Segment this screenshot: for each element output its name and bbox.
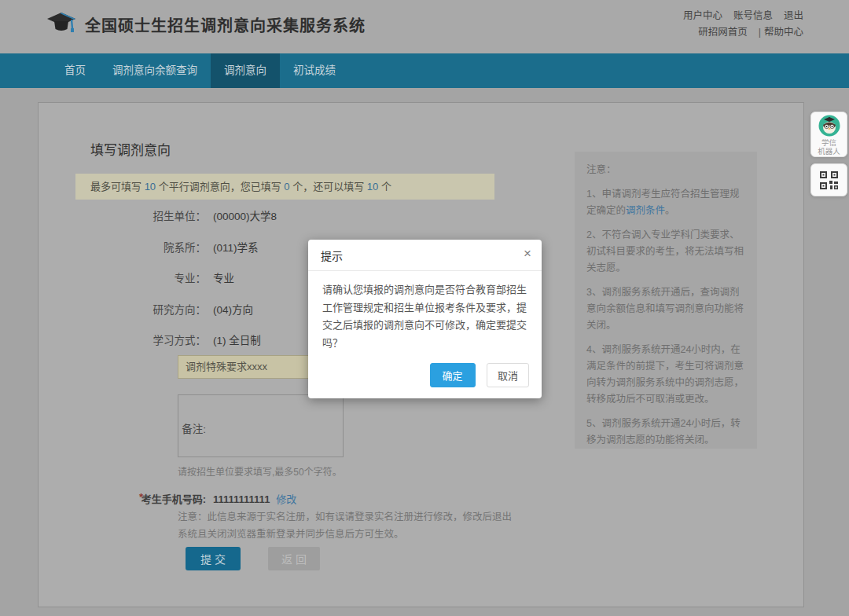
major-value: 专业 [213,270,234,285]
chsi-robot-widget[interactable]: 学信 机器人 [810,112,847,157]
recruiting-unit-label: 招生单位： [39,207,206,223]
phone-note: 注意：此信息来源于实名注册，如有误请登录实名注册进行修改，修改后退出 系统且关闭… [178,508,539,543]
logout-link[interactable]: 退出 [784,10,803,21]
confirm-dialog: 提示 × 请确认您填报的调剂意向是否符合教育部招生工作管理规定和招生单位报考条件… [308,240,542,398]
page-title: 全国硕士生招生调剂意向采集服务系统 [85,13,366,36]
help-center-link[interactable]: 帮助中心 [764,27,803,38]
phone-label: 考生手机号码: [39,491,206,506]
remaining-count: 10 [367,181,378,192]
max-count: 10 [145,181,156,192]
form-title: 填写调剂意向 [90,139,171,159]
phone-edit-link[interactable]: 修改 [276,493,296,505]
notes-item-2: 2、不符合调入专业学科门类要求、初试科目要求的考生，将无法填写相关志愿。 [586,227,745,277]
department-value: (011)学系 [213,239,259,255]
cancel-button[interactable]: 取消 [487,363,529,387]
study-mode-label: 学习方式： [39,332,206,347]
links-separator: | [759,27,761,38]
yanzhao-home-link[interactable]: 研招网首页 [698,27,748,38]
close-icon[interactable]: × [524,246,531,262]
department-label: 院系所： [39,239,206,255]
main-nav: 首页 调剂意向余额查询 调剂意向 初试成绩 [0,53,849,88]
adjustment-conditions-link[interactable]: 调剂条件 [626,205,665,216]
field-row-recruiting-unit: 招生单位： (00000)大学8 [39,207,510,223]
notes-item-3: 3、调剂服务系统开通后，查询调剂意向余额信息和填写调剂意向功能将关闭。 [586,284,745,334]
study-mode-value: (1) 全日制 [213,332,261,347]
nav-tab-exam-score[interactable]: 初试成绩 [280,53,349,88]
nav-tab-quota-query[interactable]: 调剂意向余额查询 [99,53,211,88]
remark-textarea[interactable] [178,394,344,457]
notes-item-4: 4、调剂服务系统开通24小时内，在满足条件的前提下，考生可将调剂意向转为调剂服务… [586,342,745,408]
confirm-button[interactable]: 确定 [430,363,476,387]
dialog-header: 提示 × [308,240,542,271]
notes-item-5: 5、调剂服务系统开通24小时后，转移为调剂志愿的功能将关闭。 [586,416,745,449]
submit-button[interactable]: 提 交 [186,547,241,570]
dialog-footer: 确定 取消 [308,355,542,398]
logo: 全国硕士生招生调剂意向采集服务系统 [46,11,366,38]
research-direction-value: (04)方向 [213,301,253,317]
notes-sidebar: 注意： 1、申请调剂考生应符合招生管理规定确定的调剂条件。 2、不符合调入专业学… [575,152,757,449]
dialog-title: 提示 [321,250,343,262]
research-direction-label: 研究方向： [39,301,206,317]
qr-code-widget[interactable] [810,163,847,196]
user-center-link[interactable]: 用户中心 [683,10,722,21]
phone-value: 11111111111修改 [213,491,296,506]
back-button[interactable]: 返 回 [268,547,320,570]
remark-hint: 请按招生单位要求填写,最多50个字符。 [178,464,342,478]
graduation-cap-icon [46,11,79,38]
nav-tab-adjustment-intention[interactable]: 调剂意向 [211,53,280,88]
header-links: 用户中心账号信息退出 研招网首页|帮助中心 [672,8,803,41]
robot-widget-label: 学信 机器人 [811,138,847,156]
qr-code-icon [820,171,838,189]
recruiting-unit-value: (00000)大学8 [213,207,277,223]
nav-tab-home[interactable]: 首页 [51,53,99,88]
app-header: 全国硕士生招生调剂意向采集服务系统 用户中心账号信息退出 研招网首页|帮助中心 [0,0,849,53]
quota-notice-bar: 最多可填写 10 个平行调剂意向，您已填写 0 个，还可以填写 10 个 [75,174,494,200]
dialog-message: 请确认您填报的调剂意向是否符合教育部招生工作管理规定和招生单位报考条件及要求，提… [308,271,542,355]
account-info-link[interactable]: 账号信息 [733,10,773,21]
robot-avatar-icon [818,115,840,137]
major-label: 专业： [39,270,206,285]
notes-item-1: 1、申请调剂考生应符合招生管理规定确定的调剂条件。 [586,186,745,219]
floating-widgets: 学信 机器人 [810,112,847,196]
notes-title: 注意： [586,162,745,178]
filled-count: 0 [284,181,289,192]
